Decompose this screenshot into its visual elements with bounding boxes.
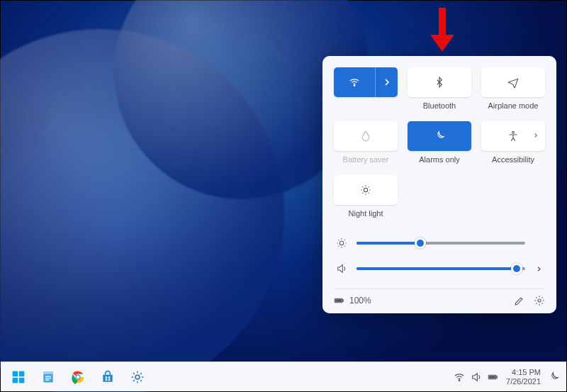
accessibility-tile[interactable] [481,121,545,151]
settings-button[interactable] [534,295,545,306]
svg-rect-11 [19,377,25,383]
svg-point-3 [339,241,343,245]
bluetooth-tile[interactable] [408,67,471,97]
quick-settings-grid: Bluetooth Airplane mode [334,67,545,225]
start-button[interactable] [5,365,32,389]
svg-rect-19 [106,379,108,381]
volume-expand-button[interactable] [534,265,544,273]
brightness-slider[interactable] [357,237,525,250]
svg-rect-20 [108,379,111,381]
svg-rect-17 [106,376,108,379]
svg-rect-10 [13,377,18,383]
svg-rect-8 [13,371,18,376]
night-light-icon [360,184,371,196]
svg-rect-13 [43,371,52,374]
settings-app-button[interactable] [124,365,151,389]
sliders-section [334,228,545,283]
svg-point-7 [538,299,541,302]
night-light-label: Night light [349,209,383,219]
moon-icon [434,130,445,142]
notepad-app-button[interactable] [35,365,62,389]
quick-settings-panel: Bluetooth Airplane mode [322,56,556,313]
wifi-icon [349,77,360,88]
focus-assist-label: Alarms only [419,155,459,165]
battery-percent-text: 100% [349,296,371,306]
night-light-tile[interactable] [334,175,398,205]
brightness-icon [335,237,348,249]
volume-slider[interactable] [357,262,525,275]
svg-rect-25 [490,376,495,378]
chevron-right-icon [381,77,393,88]
wifi-tile[interactable] [334,67,398,97]
svg-point-16 [77,375,80,379]
svg-rect-5 [342,300,343,302]
svg-rect-18 [108,376,111,379]
battery-saver-label: Battery saver [343,155,389,165]
battery-icon [334,295,345,306]
taskbar: 4:15 PM 7/26/2021 [1,362,566,391]
focus-assist-tile[interactable] [408,121,471,151]
bluetooth-icon [434,77,445,88]
wifi-toggle[interactable] [334,67,375,97]
svg-point-21 [135,375,140,379]
edit-quick-settings-button[interactable] [514,295,525,306]
chrome-app-button[interactable] [64,365,91,389]
tray-battery-icon[interactable] [488,371,499,383]
svg-point-0 [354,85,354,86]
battery-saver-icon [360,130,371,142]
annotation-arrow [430,8,454,57]
svg-point-1 [512,131,515,133]
chevron-right-icon [532,132,539,140]
svg-rect-6 [336,300,342,302]
clock-time: 4:15 PM [506,368,541,377]
store-app-button[interactable] [94,365,121,389]
taskbar-clock[interactable]: 4:15 PM 7/26/2021 [506,368,541,386]
bluetooth-label: Bluetooth [423,101,456,111]
svg-point-2 [364,188,367,191]
accessibility-label: Accessibility [492,155,534,165]
quick-settings-footer: 100% [334,289,545,306]
tray-wifi-icon[interactable] [454,371,465,383]
svg-rect-24 [496,376,497,378]
taskbar-pinned-apps [5,365,151,389]
tray-volume-icon[interactable] [471,371,482,383]
wifi-expand-button[interactable] [375,67,398,97]
volume-icon [335,263,348,274]
battery-saver-tile[interactable] [334,121,398,151]
focus-assist-tray-icon[interactable] [548,371,559,383]
svg-rect-9 [19,371,25,376]
taskbar-system-tray: 4:15 PM 7/26/2021 [454,368,559,386]
svg-point-22 [459,380,459,381]
clock-date: 7/26/2021 [506,377,541,386]
airplane-mode-label: Airplane mode [488,101,539,111]
airplane-icon [507,77,519,88]
desktop: Bluetooth Airplane mode [0,0,567,392]
airplane-mode-tile[interactable] [481,67,545,97]
accessibility-icon [507,130,519,142]
